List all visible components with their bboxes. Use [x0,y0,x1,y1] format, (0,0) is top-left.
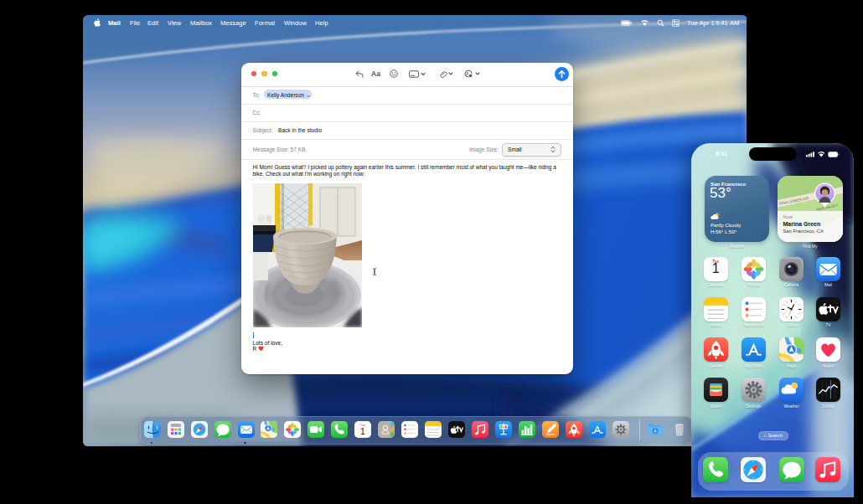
svg-text:1: 1 [360,426,365,436]
